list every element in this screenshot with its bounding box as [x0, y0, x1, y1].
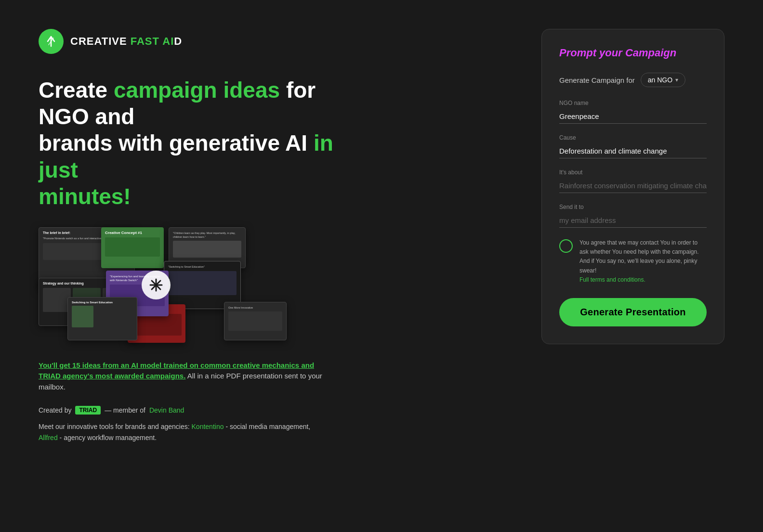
- left-column: CREATIVE FAST AID Create campaign ideas …: [39, 29, 513, 443]
- hero-line1-white: Create: [39, 78, 107, 103]
- cause-label: Cause: [559, 134, 707, 141]
- cause-field: Cause: [559, 134, 707, 158]
- slide-6-title: "Switching to Smart Education": [168, 265, 237, 269]
- send-it-to-label: Send it to: [559, 204, 707, 210]
- panel-title: Prompt your Campaign: [559, 47, 707, 59]
- triad-badge: TRIAD: [75, 406, 101, 415]
- slide-2-title: Creative Concept #1: [105, 230, 160, 235]
- hero-heading: Create campaign ideas for NGO and brands…: [39, 77, 347, 210]
- slide-9-title: One More Innovative: [228, 306, 282, 310]
- generate-for-label: Generate Campaign for: [559, 76, 635, 84]
- tools-kontentino-suffix: - social media management,: [225, 423, 310, 430]
- created-by-prefix: Created by: [39, 406, 71, 414]
- ngo-name-label: NGO name: [559, 100, 707, 106]
- hero-line1-green: campaign ideas: [114, 78, 280, 103]
- chevron-down-icon: ▾: [675, 77, 678, 83]
- tools-prefix: Meet our innovative tools for brands and…: [39, 423, 190, 430]
- send-it-to-field: Send it to: [559, 204, 707, 228]
- ngo-option-text: an NGO: [648, 76, 672, 84]
- form-panel: Prompt your Campaign Generate Campaign f…: [541, 29, 724, 344]
- its-about-field: It's about: [559, 169, 707, 193]
- logo-icon: [39, 29, 64, 54]
- kontentino-link[interactable]: Kontentino: [192, 423, 224, 430]
- slide-7: Switching to Smart Education: [67, 297, 137, 340]
- checkbox-text: You agree that we may contact You in ord…: [579, 238, 707, 285]
- ngo-name-input[interactable]: [559, 109, 707, 124]
- ngo-select-dropdown[interactable]: an NGO ▾: [641, 73, 685, 87]
- created-by-separator: — member of: [105, 406, 145, 414]
- email-input[interactable]: [559, 213, 707, 228]
- logo-white-text: CREATIVE: [70, 35, 127, 47]
- checkbox-row: You agree that we may contact You in ord…: [559, 238, 707, 285]
- allfred-link[interactable]: Allfred: [39, 434, 58, 441]
- hero-line3-green: minutes!: [39, 184, 131, 209]
- slide-7-title: Switching to Smart Education: [72, 300, 133, 304]
- devin-band-link[interactable]: Devin Band: [149, 406, 184, 414]
- ngo-name-field: NGO name: [559, 100, 707, 124]
- slide-9: One More Innovative: [224, 302, 287, 340]
- hero-line2: brands with generative AI: [39, 130, 307, 156]
- checkbox-body-text: You agree that we may contact You in ord…: [579, 239, 699, 274]
- its-about-label: It's about: [559, 169, 707, 176]
- its-about-input[interactable]: [559, 179, 707, 193]
- tools-allfred-suffix: - agency workflow management.: [60, 434, 157, 441]
- generate-for-row: Generate Campaign for an NGO ▾: [559, 73, 707, 87]
- logo-text: CREATIVE FAST AID: [70, 35, 182, 48]
- slide-3-title: "Children learn as they play. Most impor…: [173, 232, 241, 239]
- logo-green-text: FAST AI: [131, 35, 174, 47]
- terms-link[interactable]: Full terms and conditions.: [579, 276, 645, 283]
- generate-presentation-button[interactable]: Generate Presentation: [559, 298, 707, 326]
- highlight-text: You'll get 15 ideas from an AI model tra…: [39, 360, 337, 393]
- logo-end-text: D: [174, 35, 182, 47]
- arrow-overlay: [142, 271, 171, 299]
- agree-checkbox[interactable]: [559, 239, 573, 253]
- tools-text: Meet our innovative tools for brands and…: [39, 421, 513, 443]
- right-column: Prompt your Campaign Generate Campaign f…: [541, 29, 724, 443]
- cause-input[interactable]: [559, 144, 707, 158]
- created-by: Created by TRIAD — member of Devin Band: [39, 406, 513, 415]
- preview-images: The brief in brief: "Promote Nintendo sw…: [39, 227, 289, 343]
- logo-area: CREATIVE FAST AID: [39, 29, 513, 54]
- slide-2: Creative Concept #1: [101, 227, 164, 268]
